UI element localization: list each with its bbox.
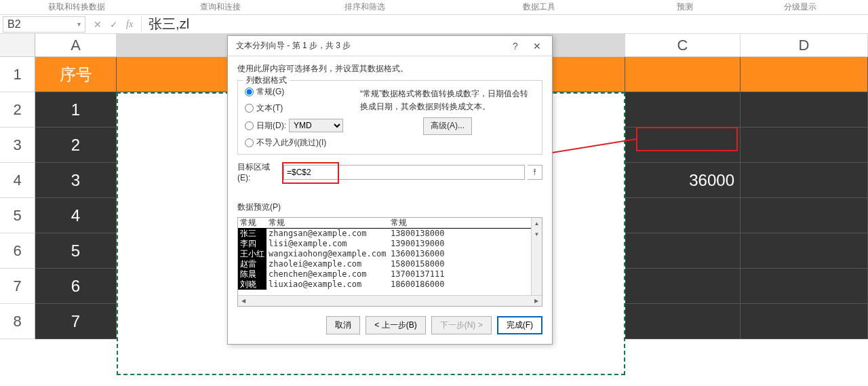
ribbon-group-outline: 分级显示 bbox=[732, 1, 868, 13]
formula-bar-row: B2 ▾ ✕ ✓ fx 张三,zl bbox=[0, 15, 868, 34]
cell-C8[interactable] bbox=[625, 304, 741, 339]
preview-header-2[interactable]: 常规 bbox=[267, 218, 389, 229]
formula-bar[interactable]: 张三,zl bbox=[141, 16, 865, 33]
cell-C2[interactable] bbox=[625, 92, 741, 128]
radio-skip-input[interactable] bbox=[245, 138, 254, 147]
radio-text-input[interactable] bbox=[245, 104, 254, 113]
ribbon-group-sort-filter: 排序和筛选 bbox=[288, 1, 441, 13]
cell-D8[interactable] bbox=[741, 304, 868, 339]
name-box-value: B2 bbox=[7, 18, 21, 31]
cell-D1[interactable] bbox=[741, 57, 868, 92]
preview-row: 陈晨chenchen@example.com13700137111 bbox=[238, 269, 531, 279]
row-header-8[interactable]: 8 bbox=[0, 304, 35, 339]
range-picker-icon[interactable]: ⭱ bbox=[528, 165, 542, 180]
ribbon-group-data-tools: 数据工具 bbox=[441, 1, 637, 13]
cell-D7[interactable] bbox=[741, 269, 868, 304]
scroll-down-icon[interactable]: ▼ bbox=[532, 229, 542, 239]
preview-header-1[interactable]: 常规 bbox=[238, 218, 267, 229]
cell-C7[interactable] bbox=[625, 269, 741, 304]
row-header-1[interactable]: 1 bbox=[0, 57, 35, 92]
col-header-D[interactable]: D bbox=[741, 34, 868, 57]
radio-skip[interactable]: 不导入此列(跳过)(I) bbox=[245, 137, 353, 149]
row-header-4[interactable]: 4 bbox=[0, 163, 35, 198]
preview-horizontal-scrollbar[interactable]: ◀ ▶ bbox=[238, 295, 542, 306]
ribbon-group-forecast: 预测 bbox=[637, 1, 732, 13]
help-button[interactable]: ? bbox=[505, 41, 526, 52]
annotation-target-cell-highlight bbox=[636, 127, 738, 151]
cell-A5[interactable]: 4 bbox=[35, 198, 117, 233]
ribbon-group-get-transform: 获取和转换数据 bbox=[0, 1, 153, 13]
name-box[interactable]: B2 ▾ bbox=[3, 16, 85, 33]
scroll-left-icon[interactable]: ◀ bbox=[238, 296, 249, 306]
text-to-columns-dialog: 文本分列向导 - 第 1 步，共 3 步 ? ✕ 使用此屏内容可选择各列，并设置… bbox=[227, 35, 553, 345]
fx-icon[interactable]: fx bbox=[126, 19, 133, 30]
cell-D6[interactable] bbox=[741, 233, 868, 269]
radio-date-input[interactable] bbox=[245, 121, 254, 130]
cell-C4[interactable]: 36000 bbox=[625, 163, 741, 198]
destination-input[interactable] bbox=[283, 165, 525, 180]
dialog-subtitle: 使用此屏内容可选择各列，并设置其数据格式。 bbox=[237, 63, 542, 75]
cell-D4[interactable] bbox=[741, 163, 868, 198]
preview-row: 刘晓liuxiao@example.com18600186000 bbox=[238, 279, 531, 290]
formula-text: 张三,zl bbox=[149, 15, 189, 33]
dialog-title: 文本分列向导 - 第 1 步，共 3 步 bbox=[236, 40, 505, 52]
advanced-button[interactable]: 高级(A)... bbox=[423, 117, 472, 134]
cell-C6[interactable] bbox=[625, 233, 741, 269]
col-header-C[interactable]: C bbox=[625, 34, 741, 57]
row-header-6[interactable]: 6 bbox=[0, 233, 35, 269]
scroll-right-icon[interactable]: ▶ bbox=[531, 296, 542, 306]
preview-vertical-scrollbar[interactable]: ▲ ▼ bbox=[531, 218, 542, 295]
cell-D3[interactable] bbox=[741, 128, 868, 163]
cell-D5[interactable] bbox=[741, 198, 868, 233]
radio-general-input[interactable] bbox=[245, 88, 254, 96]
row-header-7[interactable]: 7 bbox=[0, 269, 35, 304]
cell-A1[interactable]: 序号 bbox=[35, 57, 117, 92]
preview-row: 张三zhangsan@example.com13800138000 bbox=[238, 229, 531, 239]
data-preview: 常规 常规 常规 张三zhangsan@example.com138001380… bbox=[237, 217, 542, 307]
preview-row: 王小红wangxiaohong@example.com13600136000 bbox=[238, 249, 531, 259]
next-button: 下一步(N) > bbox=[431, 316, 492, 334]
ribbon-group-queries: 查询和连接 bbox=[153, 1, 288, 13]
cell-A6[interactable]: 5 bbox=[35, 233, 117, 269]
radio-text[interactable]: 文本(T) bbox=[245, 102, 353, 114]
date-format-select[interactable]: YMD bbox=[289, 119, 343, 132]
preview-row: 赵雷zhaolei@example.com15800158000 bbox=[238, 259, 531, 269]
row-header-3[interactable]: 3 bbox=[0, 128, 35, 163]
preview-label: 数据预览(P) bbox=[237, 201, 542, 213]
radio-general[interactable]: 常规(G) bbox=[245, 86, 353, 98]
col-header-A[interactable]: A bbox=[35, 34, 117, 57]
scroll-up-icon[interactable]: ▲ bbox=[532, 218, 542, 229]
cell-A4[interactable]: 3 bbox=[35, 163, 117, 198]
cell-D2[interactable] bbox=[741, 92, 868, 128]
finish-button[interactable]: 完成(F) bbox=[497, 316, 542, 334]
select-all-corner[interactable] bbox=[0, 34, 35, 57]
cell-A8[interactable]: 7 bbox=[35, 304, 117, 339]
format-description: “常规”数据格式将数值转换成数字，日期值会转换成日期，其余数据则转换成文本。 bbox=[360, 88, 535, 113]
cancel-button[interactable]: 取消 bbox=[326, 316, 360, 334]
cell-A3[interactable]: 2 bbox=[35, 128, 117, 163]
cell-C5[interactable] bbox=[625, 198, 741, 233]
radio-date[interactable]: 日期(D): YMD bbox=[245, 119, 353, 132]
preview-row: 李四lisi@example.com13900139000 bbox=[238, 239, 531, 249]
fmt-legend: 列数据格式 bbox=[243, 75, 290, 86]
cell-A7[interactable]: 6 bbox=[35, 269, 117, 304]
chevron-down-icon[interactable]: ▾ bbox=[77, 20, 81, 28]
back-button[interactable]: < 上一步(B) bbox=[366, 316, 425, 334]
target-label: 目标区域(E): bbox=[237, 161, 281, 182]
ribbon-group-labels: 获取和转换数据 查询和连接 排序和筛选 数据工具 预测 分级显示 bbox=[0, 0, 868, 15]
enter-icon[interactable]: ✓ bbox=[110, 19, 118, 30]
close-icon[interactable]: ✕ bbox=[526, 41, 548, 52]
cancel-icon[interactable]: ✕ bbox=[94, 19, 102, 30]
cell-A2[interactable]: 1 bbox=[35, 92, 117, 128]
cell-C1[interactable] bbox=[625, 57, 741, 92]
column-data-format-group: 列数据格式 常规(G) 文本(T) 日期(D): YM bbox=[237, 80, 542, 155]
row-header-5[interactable]: 5 bbox=[0, 198, 35, 233]
preview-header-3[interactable]: 常规 bbox=[389, 218, 531, 229]
row-header-2[interactable]: 2 bbox=[0, 92, 35, 128]
